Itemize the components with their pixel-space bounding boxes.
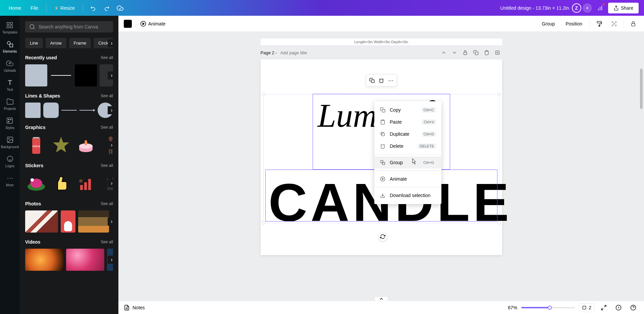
rail-styles[interactable]: Styles: [5, 117, 14, 130]
present-button[interactable]: [613, 302, 624, 313]
see-all-link[interactable]: See all: [101, 163, 113, 168]
rail-elements[interactable]: Elements: [3, 40, 17, 53]
photo-thumb[interactable]: [25, 210, 58, 233]
page-down-button[interactable]: [450, 48, 459, 57]
zoom-value[interactable]: 67%: [508, 305, 517, 310]
transparency-button[interactable]: [609, 18, 620, 29]
graphic-candle[interactable]: [75, 134, 97, 156]
page-duplicate-button[interactable]: [471, 48, 481, 57]
home-button[interactable]: Home: [5, 3, 24, 13]
page-add-button[interactable]: [493, 48, 502, 57]
search-input[interactable]: [39, 24, 109, 29]
graphic-star[interactable]: [50, 134, 72, 156]
insights-button[interactable]: [595, 3, 605, 13]
chips-scroll-right[interactable]: ›: [108, 39, 113, 47]
row-scroll-right[interactable]: ›: [108, 256, 113, 264]
lock-icon: [463, 50, 468, 55]
group-button[interactable]: Group: [538, 19, 558, 28]
resize-button[interactable]: ♛ Resize: [51, 3, 78, 13]
page-panel-expand[interactable]: [375, 297, 388, 301]
notes-button[interactable]: Notes: [124, 305, 145, 311]
rail-text[interactable]: T Text: [6, 78, 14, 91]
sticker-bar-chart[interactable]: [75, 172, 97, 194]
page-indicator[interactable]: 2: [579, 303, 594, 312]
see-all-link[interactable]: See all: [101, 93, 113, 98]
text-icon: T: [6, 78, 14, 86]
see-all-link[interactable]: See all: [101, 55, 113, 60]
row-scroll-right[interactable]: ›: [108, 141, 113, 149]
user-avatar[interactable]: Z: [572, 3, 581, 13]
selection-handle[interactable]: [262, 221, 265, 225]
shape-rounded-square[interactable]: [43, 103, 59, 118]
see-all-link[interactable]: See all: [101, 125, 113, 130]
cloud-sync-button[interactable]: [115, 3, 125, 13]
rail-more[interactable]: ⋯ More: [6, 174, 14, 187]
shape-square[interactable]: [25, 103, 41, 118]
ctx-label: Group: [390, 160, 417, 165]
selection-handle[interactable]: [497, 93, 501, 96]
photo-thumb[interactable]: [78, 210, 109, 233]
rail-uploads[interactable]: Uploads: [4, 59, 16, 72]
element-thumb[interactable]: [50, 64, 72, 86]
float-duplicate-button[interactable]: [368, 76, 376, 85]
page-delete-button[interactable]: [482, 48, 491, 57]
photo-thumb[interactable]: [61, 210, 75, 233]
row-scroll-right[interactable]: ›: [108, 179, 113, 187]
shape-arrow[interactable]: [79, 103, 95, 118]
ctx-duplicate[interactable]: Duplicate Ctrl+D: [374, 128, 441, 140]
redo-button[interactable]: [101, 3, 112, 13]
video-thumb[interactable]: [25, 249, 63, 271]
copy-style-button[interactable]: [594, 18, 605, 29]
search-box[interactable]: [25, 21, 113, 33]
rail-templates[interactable]: Templates: [2, 21, 18, 34]
ctx-download[interactable]: Download selection: [374, 189, 441, 201]
fullscreen-button[interactable]: [598, 302, 609, 313]
zoom-thumb[interactable]: [548, 306, 552, 310]
shape-line[interactable]: [61, 103, 77, 118]
animate-button[interactable]: Animate: [140, 21, 165, 27]
page-lock-button[interactable]: [461, 48, 470, 57]
float-delete-button[interactable]: [377, 76, 386, 85]
ctx-animate[interactable]: Animate: [374, 173, 441, 185]
element-thumb[interactable]: [75, 64, 97, 86]
row-scroll-right[interactable]: ›: [108, 106, 113, 114]
page-title-input[interactable]: [280, 50, 436, 55]
element-thumb[interactable]: [25, 64, 47, 86]
selection-handle[interactable]: [262, 93, 265, 96]
float-more-button[interactable]: ⋯: [386, 76, 395, 85]
see-all-link[interactable]: See all: [101, 201, 113, 206]
ctx-group[interactable]: Group Ctrl+G: [374, 156, 441, 169]
section-lines-shapes: Lines & Shapes See all ›: [25, 93, 113, 118]
chip-frame[interactable]: Frame: [69, 38, 91, 48]
vertical-scrollbar[interactable]: [640, 49, 643, 297]
rail-label: Projects: [4, 107, 16, 111]
file-button[interactable]: File: [27, 3, 42, 13]
rail-logos[interactable]: Logos: [5, 155, 14, 168]
sticker-thumbs-up[interactable]: [50, 172, 72, 194]
help-button[interactable]: [628, 302, 639, 313]
chip-arrow[interactable]: Arrow: [46, 38, 66, 48]
ctx-delete[interactable]: Delete DELETE: [374, 140, 441, 152]
graphic-cola-can[interactable]: COLA: [25, 134, 47, 156]
sticker-turkey[interactable]: [25, 172, 47, 194]
chip-line[interactable]: Line: [25, 38, 43, 48]
row-scroll-right[interactable]: ›: [108, 71, 113, 79]
design-title[interactable]: Untitled design - 13.73in × 11.2in: [500, 5, 569, 11]
row-scroll-right[interactable]: ›: [108, 217, 113, 226]
video-thumb[interactable]: [66, 249, 104, 271]
page-up-button[interactable]: [439, 48, 448, 57]
share-button[interactable]: Share: [608, 3, 639, 13]
zoom-slider[interactable]: [521, 307, 575, 308]
lock-button[interactable]: [628, 18, 639, 29]
add-collaborator-button[interactable]: [583, 3, 592, 13]
rail-background[interactable]: Background: [1, 136, 19, 149]
ctx-copy[interactable]: Copy Ctrl+C: [374, 104, 441, 116]
ctx-paste[interactable]: Paste Ctrl+V: [374, 116, 441, 128]
rail-projects[interactable]: Projects: [4, 98, 16, 111]
undo-button[interactable]: [88, 3, 99, 13]
scrollbar-thumb[interactable]: [640, 69, 643, 109]
color-swatch[interactable]: [124, 20, 132, 28]
see-all-link[interactable]: See all: [101, 240, 113, 244]
rotate-handle[interactable]: [378, 232, 387, 241]
position-button[interactable]: Position: [562, 19, 586, 28]
